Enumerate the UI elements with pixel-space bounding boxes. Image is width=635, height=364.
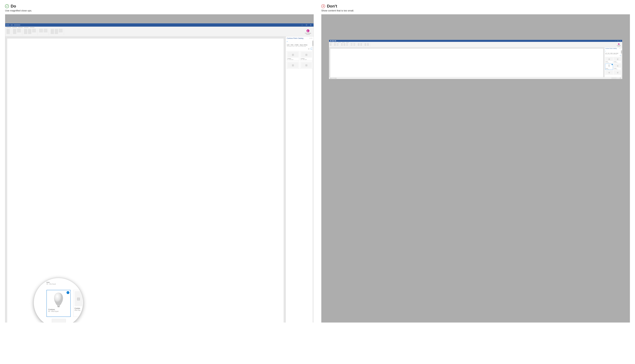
dont-title: Don't: [327, 4, 337, 8]
list-view-icon[interactable]: ≡: [619, 55, 620, 56]
do-title: Do: [11, 4, 16, 8]
pane-title: Contoso Parts Catalog: [605, 48, 617, 49]
dont-header: ✕ Don't: [321, 4, 630, 8]
product-card-partial: toso 60 - 65w Equal: [47, 281, 56, 285]
undo-icon[interactable]: [333, 40, 334, 41]
hamburger-icon[interactable]: ≡: [605, 50, 606, 52]
addin-vendor: Contoso: [617, 46, 621, 46]
image-placeholder-icon: ▧: [75, 291, 82, 306]
product-card[interactable]: ▧Contoso60 - 65w Equal: [605, 57, 613, 63]
product-card[interactable]: ▧Contoso60 - 65w Equal: [614, 57, 621, 63]
product-card[interactable]: ▧: [300, 62, 313, 69]
workspace: Contoso Parts Catalog ▾ ✕ ≡ LED - R30 - …: [329, 48, 622, 79]
product-card[interactable]: ▧: [614, 70, 621, 75]
addin-vendor: Contoso: [305, 34, 311, 35]
hamburger-icon[interactable]: ≡: [287, 41, 288, 42]
lightbulb-icon: ◐: [307, 30, 309, 32]
search-results-count: 16 results in LED - R30 - 60-65 Watt Equ…: [287, 46, 313, 47]
image-placeholder-icon: ▧: [287, 62, 299, 68]
image-placeholder-icon: ▧: [301, 52, 312, 58]
selected-check-icon: ✓: [67, 291, 69, 294]
do-column: ✓ Do Use magnified close ups. ─ ☐ ✕: [5, 4, 314, 322]
image-placeholder-icon: ▧: [605, 71, 613, 74]
product-card[interactable]: ▧: [287, 62, 299, 69]
status-left: Page 1 of 1 0 words: [330, 78, 337, 78]
selected-check-icon: [612, 64, 613, 65]
product-card-selected[interactable]: ✓ Contoso 60 - 65w Equal: [47, 290, 71, 317]
image-placeholder-icon: ▧: [614, 57, 621, 61]
product-spec: 60 - 65w Equal: [48, 310, 69, 312]
do-example-stage: ─ ☐ ✕: [5, 14, 314, 322]
pane-controls[interactable]: ▾ ✕: [619, 48, 621, 49]
maximize-icon[interactable]: ☐: [617, 40, 619, 42]
zoom-slider[interactable]: ─◦─ +: [617, 78, 619, 78]
addin-name: Parts Catalog: [305, 32, 311, 34]
svg-rect-0: [57, 305, 60, 306]
product-spec: 85w Equ: [75, 309, 82, 311]
minimize-icon[interactable]: ─: [614, 40, 616, 42]
ribbon: ◐ Parts Catalog Contoso: [5, 27, 314, 36]
product-name: Contoso: [48, 308, 69, 310]
maximize-icon[interactable]: ☐: [305, 24, 308, 26]
bulb-image: [53, 292, 64, 308]
save-icon[interactable]: [332, 40, 333, 41]
product-card[interactable]: ▧Contoso60 - 65w Equal: [614, 64, 621, 70]
search-query: LED - R30 - 2700K - Warm White: [605, 53, 621, 54]
dont-subtitle: Show content that is too small.: [321, 9, 630, 12]
product-card-selected[interactable]: Contoso60 - 65w Equal: [605, 64, 613, 70]
scrollbar[interactable]: [312, 40, 313, 322]
product-card[interactable]: ▧Contoso60 - 65w Equal: [300, 51, 313, 60]
addin-ribbon-button[interactable]: ◐ Parts Catalog Contoso: [616, 43, 621, 47]
titlebar: ─ ☐ ✕: [5, 23, 314, 27]
search-results-count: 16 results in LED - R30 - 60-65 Watt Equ…: [605, 54, 621, 54]
ribbon: ◐ Parts Catalog Contoso: [329, 42, 622, 48]
image-placeholder-icon: ▧: [287, 52, 299, 58]
word-window: ─ ☐ ✕: [329, 40, 622, 79]
close-icon[interactable]: ✕: [310, 24, 312, 26]
image-placeholder-icon: ▧: [614, 64, 621, 68]
view-mode-icon[interactable]: [615, 78, 616, 79]
product-name: Contos: [75, 307, 82, 309]
window-controls[interactable]: ─ ☐ ✕: [301, 24, 313, 26]
addin-ribbon-button[interactable]: ◐ Parts Catalog Contoso: [304, 29, 312, 36]
document-page: [330, 48, 603, 78]
task-pane: Contoso Parts Catalog ▾ ✕ ≡ LED - R30 - …: [286, 36, 314, 322]
image-placeholder-icon: ▧: [301, 62, 312, 68]
image-placeholder-icon: ▧: [614, 71, 621, 74]
view-mode-icon[interactable]: [612, 78, 613, 79]
search-summary: LED - R30 - 2700K - Warm White 16 result…: [604, 52, 622, 55]
pane-controls[interactable]: ▾ ✕: [310, 38, 313, 39]
app-icon: [330, 40, 331, 41]
minimize-icon[interactable]: ─: [301, 24, 303, 26]
image-placeholder-icon: ▧: [605, 57, 613, 61]
product-card[interactable]: ▧Contoso60 - 65w Equal: [287, 51, 299, 60]
dont-example-stage: ─ ☐ ✕: [321, 14, 630, 322]
word-window: ─ ☐ ✕: [5, 23, 314, 322]
window-controls[interactable]: ─ ☐ ✕: [614, 40, 622, 42]
product-card-partial: [52, 319, 66, 322]
task-pane: Contoso Parts Catalog ▾ ✕ ≡ LED - R30 - …: [604, 48, 622, 79]
zoom-level: 100%: [619, 78, 621, 78]
search-summary: LED - R30 - 2700K - Warm White 16 result…: [286, 43, 314, 48]
product-card[interactable]: ▧: [605, 70, 613, 75]
list-view-icon[interactable]: ≡: [308, 48, 310, 50]
status-bar: Page 1 of 1 0 words ─◦─ + 100%: [329, 77, 622, 79]
view-mode-icon[interactable]: [613, 78, 615, 79]
close-icon[interactable]: ✕: [620, 40, 621, 42]
lightbulb-icon: ◐: [618, 44, 619, 45]
document-area[interactable]: [5, 36, 286, 322]
redo-icon[interactable]: [335, 40, 336, 41]
search-query: LED - R30 - 2700K - Warm White: [287, 44, 313, 46]
cross-icon: ✕: [321, 4, 325, 8]
document-area[interactable]: [329, 48, 604, 79]
do-header: ✓ Do: [5, 4, 314, 8]
titlebar: ─ ☐ ✕: [329, 40, 622, 42]
svg-rect-2: [609, 67, 609, 67]
do-subtitle: Use magnified close ups.: [5, 9, 314, 12]
svg-rect-1: [58, 306, 59, 307]
scrollbar[interactable]: [621, 50, 622, 78]
dont-column: ✕ Don't Show content that is too small. …: [321, 4, 630, 322]
checkmark-icon: ✓: [5, 4, 9, 8]
pane-title: Contoso Parts Catalog: [287, 37, 303, 39]
